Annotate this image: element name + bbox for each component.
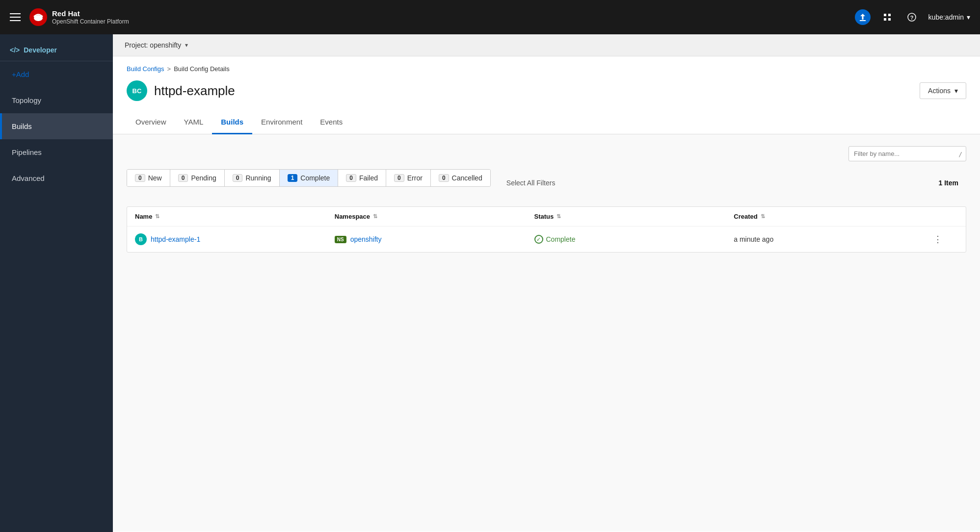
status-filter-new[interactable]: 0 New xyxy=(127,170,170,186)
page-title-area: BC httpd-example xyxy=(127,80,235,101)
builds-table: Name ⇅ Namespace ⇅ Status ⇅ Created ⇅ xyxy=(127,206,966,253)
svg-rect-2 xyxy=(860,20,866,21)
page-title: httpd-example xyxy=(154,83,235,99)
logo-text: Red Hat OpenShift Container Platform xyxy=(52,9,129,25)
project-label: Project: openshifty xyxy=(125,41,181,49)
svg-rect-3 xyxy=(884,14,886,16)
filter-input[interactable] xyxy=(848,146,966,161)
status-filter-running[interactable]: 0 Running xyxy=(225,170,280,186)
item-count: 1 Item xyxy=(931,175,966,191)
th-status: Status ⇅ xyxy=(534,213,734,220)
status-filters: 0 New 0 Pending 0 Running 1 Complete 0 xyxy=(127,169,491,187)
sidebar-role: </> Developer xyxy=(0,39,113,61)
sort-name-icon[interactable]: ⇅ xyxy=(155,213,159,220)
nav-right: ? kube:admin ▾ xyxy=(855,9,970,25)
breadcrumb: Build Configs > Build Config Details xyxy=(113,56,980,76)
tab-events[interactable]: Events xyxy=(311,111,351,134)
select-all-filters[interactable]: Select All Filters xyxy=(499,175,563,191)
content-area: / 0 New 0 Pending 0 Running 1 xyxy=(113,134,980,532)
hamburger-menu[interactable] xyxy=(10,13,21,21)
filter-input-wrap: / xyxy=(848,146,966,161)
developer-icon: </> xyxy=(10,46,20,54)
cell-created: a minute ago xyxy=(734,235,933,243)
sidebar-item-pipelines[interactable]: Pipelines xyxy=(0,139,113,165)
tab-overview[interactable]: Overview xyxy=(127,111,175,134)
th-name: Name ⇅ xyxy=(135,213,335,220)
svg-text:?: ? xyxy=(910,15,913,21)
sidebar: </> Developer +Add Topology Builds Pipel… xyxy=(0,34,113,532)
ns-badge: NS xyxy=(335,236,346,243)
sort-namespace-icon[interactable]: ⇅ xyxy=(373,213,377,220)
svg-rect-6 xyxy=(888,18,891,21)
bc-badge: BC xyxy=(127,80,147,101)
status-filter-error[interactable]: 0 Error xyxy=(386,170,431,186)
status-filter-failed[interactable]: 0 Failed xyxy=(338,170,386,186)
cell-kebab: ⋮ xyxy=(933,234,958,245)
redhat-logo-icon xyxy=(29,8,47,26)
filter-slash-shortcut: / xyxy=(958,150,962,157)
tab-builds[interactable]: Builds xyxy=(212,111,252,134)
breadcrumb-separator: > xyxy=(167,65,171,73)
help-icon[interactable]: ? xyxy=(904,9,920,25)
table-row: B httpd-example-1 NS openshifty ✓ Comple… xyxy=(127,227,966,252)
status-filter-cancelled[interactable]: 0 Cancelled xyxy=(431,170,490,186)
breadcrumb-parent-link[interactable]: Build Configs xyxy=(127,65,164,73)
logo-area: Red Hat OpenShift Container Platform xyxy=(29,8,129,26)
tab-yaml[interactable]: YAML xyxy=(175,111,212,134)
main-content: Project: openshifty ▾ Build Configs > Bu… xyxy=(113,34,980,532)
actions-button[interactable]: Actions ▾ xyxy=(920,82,966,99)
table-header: Name ⇅ Namespace ⇅ Status ⇅ Created ⇅ xyxy=(127,207,966,227)
actions-dropdown-icon: ▾ xyxy=(954,87,958,95)
build-name-link[interactable]: httpd-example-1 xyxy=(151,235,200,243)
sidebar-item-topology[interactable]: Topology xyxy=(0,87,113,113)
cell-name: B httpd-example-1 xyxy=(135,233,335,245)
user-menu[interactable]: kube:admin ▾ xyxy=(928,13,970,21)
th-actions xyxy=(933,213,958,220)
sort-status-icon[interactable]: ⇅ xyxy=(556,213,561,220)
user-name: kube:admin xyxy=(928,13,964,21)
sidebar-item-add[interactable]: +Add xyxy=(0,61,113,87)
svg-rect-5 xyxy=(884,18,886,21)
status-filter-row: 0 New 0 Pending 0 Running 1 Complete 0 xyxy=(127,169,966,197)
sort-created-icon[interactable]: ⇅ xyxy=(761,213,765,220)
check-circle-icon: ✓ xyxy=(534,235,543,244)
kebab-menu-button[interactable]: ⋮ xyxy=(933,234,942,245)
project-dropdown-icon[interactable]: ▾ xyxy=(185,42,188,49)
b-badge: B xyxy=(135,233,147,245)
svg-rect-4 xyxy=(888,14,891,16)
apps-grid-icon[interactable] xyxy=(879,9,895,25)
page-header: BC httpd-example Actions ▾ xyxy=(113,76,980,111)
status-complete: ✓ Complete xyxy=(534,235,576,244)
filter-bar: / xyxy=(127,146,966,161)
cell-namespace: NS openshifty xyxy=(335,235,534,243)
upload-icon[interactable] xyxy=(855,9,871,25)
th-created: Created ⇅ xyxy=(734,213,933,220)
user-dropdown-icon: ▾ xyxy=(967,13,970,21)
status-filter-complete[interactable]: 1 Complete xyxy=(280,170,339,186)
top-navigation: Red Hat OpenShift Container Platform ? k… xyxy=(0,0,980,34)
status-filter-pending[interactable]: 0 Pending xyxy=(170,170,225,186)
sidebar-item-advanced[interactable]: Advanced xyxy=(0,165,113,191)
th-namespace: Namespace ⇅ xyxy=(335,213,534,220)
tab-environment[interactable]: Environment xyxy=(252,111,311,134)
namespace-link[interactable]: openshifty xyxy=(350,235,382,243)
sidebar-item-builds[interactable]: Builds xyxy=(0,113,113,139)
project-bar: Project: openshifty ▾ xyxy=(113,34,980,56)
tabs-bar: Overview YAML Builds Environment Events xyxy=(113,111,980,134)
breadcrumb-current: Build Config Details xyxy=(174,65,229,73)
actions-label: Actions xyxy=(928,87,951,95)
cell-status: ✓ Complete xyxy=(534,235,734,244)
